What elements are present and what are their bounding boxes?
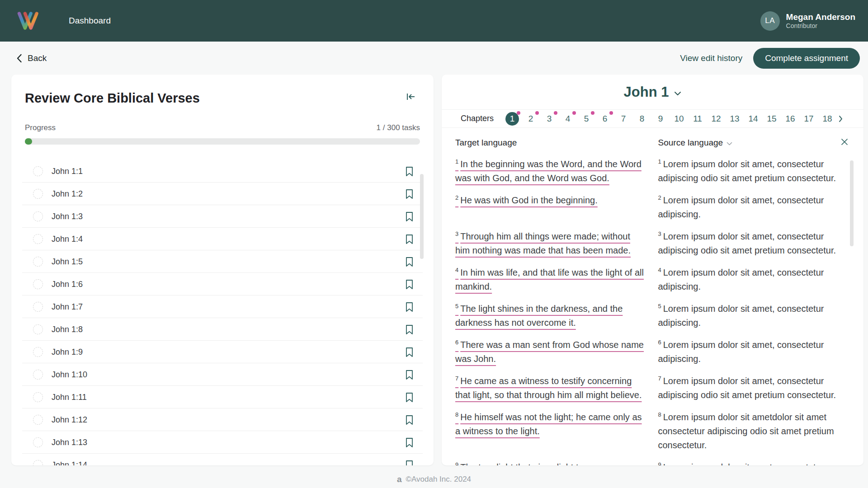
bookmark-icon[interactable]: [405, 234, 414, 244]
chapter-tab[interactable]: 5: [580, 112, 593, 126]
task-row[interactable]: John 1:14: [11, 454, 434, 465]
target-verse[interactable]: 5The light shines in the darkness, and t…: [455, 302, 647, 330]
chapter-tab[interactable]: 18: [821, 112, 834, 126]
verse-row: 4In him was life, and that life was the …: [455, 266, 850, 294]
bookmark-icon[interactable]: [405, 324, 414, 335]
book-chapter-dropdown[interactable]: John 1: [442, 75, 863, 110]
task-checkbox-icon[interactable]: [33, 189, 43, 199]
chapter-tab[interactable]: 9: [654, 112, 667, 126]
bookmark-icon[interactable]: [405, 437, 414, 448]
task-row[interactable]: John 1:4: [11, 228, 434, 250]
task-checkbox-icon[interactable]: [33, 370, 43, 380]
target-verse[interactable]: 1In the beginning was the Word, and the …: [455, 157, 647, 185]
progress-count: 1 / 300 tasks: [377, 123, 420, 132]
task-row[interactable]: John 1:5: [11, 250, 434, 273]
collapse-panel-icon[interactable]: [406, 92, 416, 103]
task-list-scrollbar[interactable]: [420, 174, 424, 259]
chapter-tab[interactable]: 13: [728, 112, 741, 126]
verse-number: 5: [658, 303, 661, 310]
bookmark-icon[interactable]: [405, 460, 414, 466]
chapter-tab[interactable]: 15: [765, 112, 778, 126]
chapter-tab[interactable]: 7: [617, 112, 630, 126]
target-verse-text: He came as a witness to testify concerni…: [455, 376, 642, 400]
chapter-tab[interactable]: 4: [561, 112, 575, 126]
target-verse[interactable]: 9The true light that gives light to ever…: [455, 460, 647, 465]
chapter-tab[interactable]: 6: [598, 112, 612, 126]
chapter-tab[interactable]: 1: [505, 112, 519, 126]
verse-row: 3Through him all things were made; witho…: [455, 230, 850, 258]
close-source-icon[interactable]: [840, 137, 849, 146]
task-row[interactable]: John 1:6: [11, 273, 434, 296]
task-row[interactable]: John 1:13: [11, 431, 434, 454]
task-row[interactable]: John 1:2: [11, 183, 434, 205]
chapter-number: 15: [767, 114, 776, 124]
chapter-tab[interactable]: 14: [746, 112, 760, 126]
language-columns-header: Target language Source language: [455, 138, 850, 148]
bookmark-icon[interactable]: [405, 189, 414, 199]
source-language-dropdown[interactable]: Source language: [658, 138, 850, 148]
task-row[interactable]: John 1:11: [11, 386, 434, 408]
task-checkbox-icon[interactable]: [33, 166, 43, 176]
task-checkbox-icon[interactable]: [33, 347, 43, 357]
task-checkbox-icon[interactable]: [33, 302, 43, 312]
task-checkbox-icon[interactable]: [33, 234, 43, 244]
task-checkbox-icon[interactable]: [33, 460, 43, 465]
target-language-header: Target language: [455, 138, 647, 148]
bookmark-icon[interactable]: [405, 370, 414, 380]
task-checkbox-icon[interactable]: [33, 437, 43, 447]
nav-dashboard[interactable]: Dashboard: [69, 16, 111, 26]
task-row[interactable]: John 1:10: [11, 363, 434, 386]
back-button[interactable]: Back: [16, 53, 47, 63]
chapter-notification-dot: [554, 111, 557, 115]
bookmark-icon[interactable]: [405, 166, 414, 177]
task-checkbox-icon[interactable]: [33, 257, 43, 267]
target-verse[interactable]: 6There was a man sent from God whose nam…: [455, 338, 647, 366]
user-block[interactable]: LA Megan Anderson Contributor: [760, 11, 855, 31]
chapter-tab[interactable]: 2: [524, 112, 538, 126]
avatar[interactable]: LA: [760, 11, 780, 31]
target-verse[interactable]: 8He himself was not the light; he came o…: [455, 410, 647, 452]
chapter-notification-dot: [591, 111, 594, 115]
verse-number: 2: [658, 194, 661, 201]
bookmark-icon[interactable]: [405, 257, 414, 267]
verse-number: 8: [455, 411, 458, 418]
target-verse[interactable]: 2He was with God in the beginning.: [455, 193, 647, 221]
app-logo-icon[interactable]: [14, 7, 41, 34]
chapter-tab[interactable]: 8: [635, 112, 649, 126]
task-checkbox-icon[interactable]: [33, 415, 43, 425]
task-row[interactable]: John 1:8: [11, 318, 434, 341]
chapter-strip: 1 2 3 4 5 6 7 8 9 10 11: [505, 112, 834, 126]
task-row[interactable]: John 1:12: [11, 408, 434, 431]
target-verse[interactable]: 7He came as a witness to testify concern…: [455, 374, 647, 402]
chapter-number: 11: [693, 114, 702, 124]
chapter-tab[interactable]: 16: [783, 112, 797, 126]
complete-assignment-button[interactable]: Complete assignment: [753, 48, 860, 69]
bookmark-icon[interactable]: [405, 211, 414, 222]
task-checkbox-icon[interactable]: [33, 324, 43, 334]
target-verse[interactable]: 4In him was life, and that life was the …: [455, 266, 647, 294]
task-row[interactable]: John 1:3: [11, 205, 434, 228]
task-row[interactable]: John 1:9: [11, 341, 434, 363]
target-verse[interactable]: 3Through him all things were made; witho…: [455, 230, 647, 258]
view-edit-history-button[interactable]: View edit history: [680, 53, 742, 63]
bookmark-icon[interactable]: [405, 279, 414, 290]
task-row[interactable]: John 1:1: [11, 160, 434, 183]
chevron-left-icon: [16, 54, 22, 63]
chapter-tab[interactable]: 3: [542, 112, 556, 126]
chapter-tab[interactable]: 10: [672, 112, 686, 126]
bookmark-icon[interactable]: [405, 415, 414, 425]
verses-scrollbar[interactable]: [850, 160, 854, 246]
chapter-tab[interactable]: 11: [691, 112, 704, 126]
chapters-next-icon[interactable]: [839, 115, 843, 122]
chapter-tab[interactable]: 12: [709, 112, 723, 126]
verse-row: 8He himself was not the light; he came o…: [455, 410, 850, 452]
chapter-tab[interactable]: 17: [802, 112, 816, 126]
bookmark-icon[interactable]: [405, 392, 414, 403]
task-label: John 1:7: [52, 302, 83, 312]
task-row[interactable]: John 1:7: [11, 296, 434, 318]
task-checkbox-icon[interactable]: [33, 211, 43, 221]
bookmark-icon[interactable]: [405, 302, 414, 312]
task-checkbox-icon[interactable]: [33, 279, 43, 289]
task-checkbox-icon[interactable]: [33, 392, 43, 402]
bookmark-icon[interactable]: [405, 347, 414, 357]
